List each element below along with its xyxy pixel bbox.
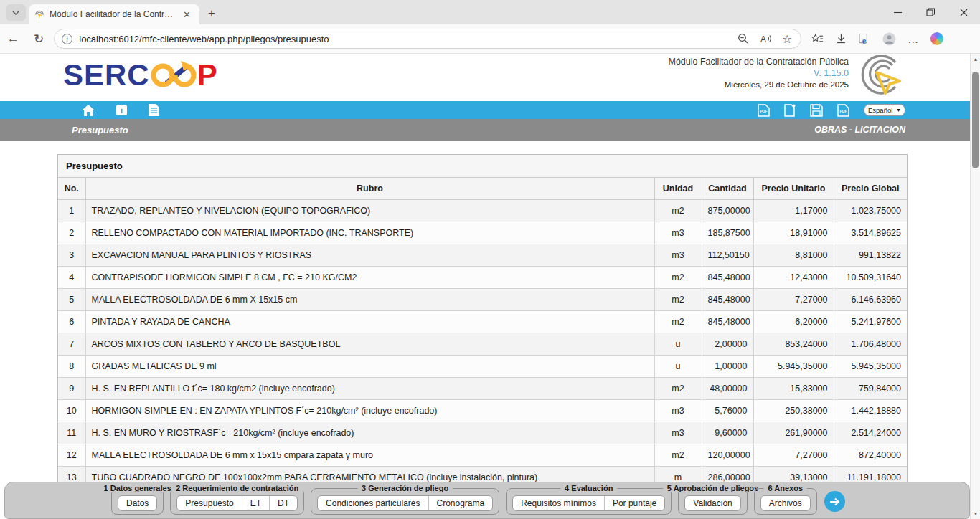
read-aloud-icon[interactable]: A (760, 33, 772, 45)
process-type-label: OBRAS - LICITACION (814, 125, 905, 135)
cell-precio-global: 6.146,63960 (834, 288, 907, 310)
cell-no: 10 (58, 399, 85, 422)
footer-step-button[interactable]: ET (242, 496, 269, 510)
cell-rubro: ARCOS MIXTOS CON TABLERO Y ARCO DE BASQU… (85, 333, 654, 355)
cell-no: 5 (58, 288, 85, 310)
navbar-left-icons: i (82, 104, 159, 116)
navbar-right-icons: PDF PDF Español ▼ (758, 104, 905, 117)
minimize-button[interactable] (881, 0, 914, 24)
cell-precio-global: 1.706,48000 (834, 333, 907, 355)
cell-cantidad: 185,87500 (702, 222, 753, 244)
footer-step-button[interactable]: Archivos (761, 496, 810, 510)
table-row: 7 ARCOS MIXTOS CON TABLERO Y ARCO DE BAS… (58, 333, 907, 355)
cell-precio-unitario: 250,38000 (753, 399, 834, 422)
profile-avatar[interactable] (882, 32, 896, 46)
footer-step-button[interactable]: Requisitos mínimos (513, 496, 604, 510)
footer-step-group: 5 Aprobación de pliegos Validación (678, 488, 747, 515)
browser-tab[interactable]: Módulo Facilitador de la Contrata ✕ (29, 4, 199, 24)
table-row: 4 CONTRAPISODE HORMIGON SIMPLE 8 CM , FC… (58, 266, 907, 288)
window-controls (881, 0, 980, 24)
cell-unidad: m2 (654, 199, 702, 222)
footer-step-button[interactable]: Datos (118, 496, 156, 510)
refresh-button[interactable]: ↻ (27, 32, 51, 47)
table-row: 8 GRADAS METALICAS DE 9 ml u 1,00000 5.9… (58, 355, 907, 377)
app-header: SERC P Módulo Facilitador de la Contrata… (0, 54, 970, 101)
next-step-button[interactable] (824, 491, 845, 512)
collections-icon[interactable] (811, 33, 824, 45)
ie-mode-icon[interactable]: e (859, 33, 871, 45)
tab-search-button[interactable] (6, 4, 26, 21)
footer-step-button[interactable]: DT (269, 496, 297, 510)
footer-step-group: 6 Anexos Archivos (754, 488, 817, 515)
footer-step-button[interactable]: Presupuesto (177, 496, 241, 510)
favorite-star-icon[interactable]: ☆ (782, 32, 792, 46)
footer-step-button[interactable]: Por puntaje (604, 496, 664, 510)
page-title: Presupuesto (72, 125, 128, 135)
col-header-precio-global: Precio Global (834, 178, 907, 199)
language-value: Español (868, 106, 892, 114)
save-icon[interactable] (810, 104, 823, 117)
app-navbar: i PDF PDF Español ▼ (0, 101, 970, 119)
scrollbar-thumb[interactable] (972, 72, 979, 168)
cell-cantidad: 845,48000 (702, 288, 753, 310)
downloads-icon[interactable] (835, 33, 847, 45)
site-info-icon[interactable]: i (62, 34, 72, 44)
zoom-out-icon[interactable] (738, 33, 750, 45)
cell-cantidad: 845,48000 (702, 266, 753, 288)
cell-cantidad: 1,00000 (702, 355, 753, 377)
close-window-button[interactable] (947, 0, 980, 24)
footer-step-group: 4 Evaluación Requisitos mínimosPor punta… (506, 488, 672, 515)
breadcrumb-bar: Presupuesto OBRAS - LICITACION (0, 119, 970, 141)
settings-menu-icon[interactable]: … (908, 33, 919, 45)
cell-rubro: CONTRAPISODE HORMIGON SIMPLE 8 CM , FC =… (85, 266, 654, 288)
col-header-precio-unitario: Precio Unitario (753, 178, 834, 199)
copilot-icon[interactable] (930, 32, 943, 45)
document-icon[interactable] (149, 104, 159, 116)
cell-rubro: MALLA ELECTROSOLDADA DE 6 mm X 15x15 cm (85, 288, 654, 310)
app-date: Miércoles, 29 de Octubre de 2025 (668, 80, 849, 89)
scroll-up-icon[interactable]: ▲ (971, 57, 980, 62)
url-text[interactable]: localhost:6012/mfc-cliente/web/app.php/p… (79, 34, 738, 44)
vertical-scrollbar[interactable]: ▲ ▼ (970, 54, 980, 519)
svg-text:e: e (862, 35, 867, 44)
cell-precio-global: 3.514,89625 (834, 222, 907, 244)
scroll-down-icon[interactable]: ▼ (971, 511, 980, 516)
info-icon[interactable]: i (116, 105, 127, 115)
back-button[interactable]: ← (0, 32, 27, 46)
restore-icon (926, 8, 935, 16)
cell-rubro: H. S. EN REPLANTILLO f´c= 180 kg/cm2 (in… (85, 377, 654, 399)
cell-precio-global: 10.509,31640 (834, 266, 907, 288)
page-content: SERC P Módulo Facilitador de la Contrata… (0, 54, 970, 519)
download-pdf-icon[interactable]: PDF (837, 104, 849, 117)
cell-rubro: MALLA ELECTROSOLDADA DE 6 mm x 15x15 cmp… (85, 444, 654, 466)
cell-precio-global: 5.241,97600 (834, 310, 907, 333)
footer-step-button[interactable]: Condiciones particulares (318, 496, 428, 510)
table-row: 11 H. S. EN MURO Y RIOSTRASF´c= 210kg/cm… (58, 422, 907, 444)
footer-step-button[interactable]: Cronograma (428, 496, 493, 510)
cell-no: 6 (58, 310, 85, 333)
tab-close-icon[interactable]: ✕ (180, 9, 194, 20)
restore-button[interactable] (914, 0, 947, 24)
table-row: 6 PINTADA Y RAYADA DE CANCHA m2 845,4800… (58, 310, 907, 333)
cell-no: 11 (58, 422, 85, 444)
home-icon[interactable] (82, 105, 95, 116)
table-row: 10 HORMIGON SIMPLE EN : EN ZAPATA YPLINT… (58, 399, 907, 422)
new-tab-button[interactable]: + (208, 6, 215, 21)
address-bar[interactable]: i localhost:6012/mfc-cliente/web/app.php… (54, 29, 801, 49)
cell-cantidad: 5,76000 (702, 399, 753, 422)
export-pdf-icon[interactable]: PDF (758, 104, 770, 117)
footer-step-button[interactable]: Validación (685, 496, 740, 510)
language-select[interactable]: Español ▼ (864, 104, 905, 116)
panel-title: Presupuesto (58, 155, 907, 178)
col-header-rubro: Rubro (85, 178, 654, 199)
cell-no: 4 (58, 266, 85, 288)
cell-no: 8 (58, 355, 85, 377)
footer-step-legend: 5 Aprobación de pliegos (663, 484, 763, 492)
cell-precio-unitario: 12,43000 (753, 266, 834, 288)
cell-precio-unitario: 7,27000 (753, 444, 834, 466)
new-document-icon[interactable] (784, 104, 796, 117)
footer-step-legend: 2 Requerimiento de contratación (171, 484, 303, 492)
table-row: 2 RELLENO COMPACTADO CON MATERIAL IMPORT… (58, 222, 907, 244)
cell-rubro: EXCAVACION MANUAL PARA PLINTOS Y RIOSTRA… (85, 244, 654, 266)
cell-no: 12 (58, 444, 85, 466)
